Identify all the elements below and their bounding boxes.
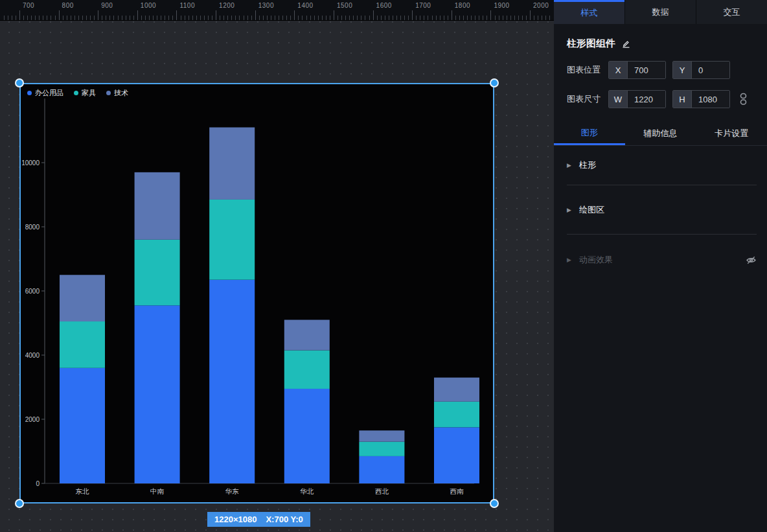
editor-canvas[interactable]: 办公用品家具技术 0200040006000800010000东北中南华东华北西… bbox=[0, 21, 554, 532]
ruler-tick bbox=[172, 16, 173, 20]
chart-position-label: 图表位置 bbox=[567, 64, 608, 76]
selection-handle-top-left[interactable] bbox=[15, 78, 24, 87]
legend-item[interactable]: 技术 bbox=[106, 88, 128, 98]
ruler-tick bbox=[161, 16, 161, 20]
ruler-tick bbox=[440, 16, 441, 20]
ruler-tick bbox=[334, 10, 334, 20]
width-field[interactable]: W bbox=[608, 90, 666, 108]
subtab-graphic[interactable]: 图形 bbox=[554, 122, 625, 145]
ruler-tick bbox=[357, 16, 358, 20]
y-axis-label: 6000 bbox=[25, 288, 40, 295]
ruler-tick bbox=[157, 16, 157, 20]
ruler-tick bbox=[279, 16, 279, 20]
ruler-tick bbox=[90, 16, 91, 20]
subtab-auxiliary-info[interactable]: 辅助信息 bbox=[625, 122, 696, 145]
ruler-tick bbox=[499, 16, 499, 20]
ruler-tick bbox=[432, 16, 433, 20]
ruler-tick bbox=[149, 16, 150, 20]
ruler-tick bbox=[526, 16, 527, 20]
bar-chart-component[interactable]: 办公用品家具技术 0200040006000800010000东北中南华东华北西… bbox=[19, 83, 494, 503]
ruler-tick bbox=[330, 16, 330, 20]
x-position-input[interactable] bbox=[628, 62, 665, 78]
legend-dot bbox=[74, 91, 78, 95]
collapse-arrow-icon[interactable]: ▶ bbox=[567, 207, 571, 213]
ruler-tick bbox=[126, 16, 126, 20]
ruler-tick bbox=[448, 16, 448, 20]
aspect-ratio-lock-icon[interactable] bbox=[739, 93, 748, 106]
section-plot-area[interactable]: ▶ 绘图区 bbox=[567, 185, 757, 235]
ruler-tick bbox=[538, 16, 538, 20]
ruler-tick bbox=[393, 16, 393, 20]
collapse-arrow-icon[interactable]: ▶ bbox=[567, 162, 571, 168]
x-position-field[interactable]: X bbox=[608, 61, 666, 79]
ruler-tick bbox=[122, 16, 122, 20]
height-input[interactable] bbox=[692, 91, 729, 108]
ruler-tick bbox=[322, 16, 323, 20]
legend-item[interactable]: 办公用品 bbox=[27, 88, 63, 98]
ruler-tick bbox=[74, 16, 75, 20]
ruler-tick bbox=[420, 16, 420, 20]
y-axis-label: 4000 bbox=[25, 352, 40, 359]
ruler-tick bbox=[349, 16, 350, 20]
ruler-tick bbox=[290, 16, 291, 20]
legend-item[interactable]: 家具 bbox=[74, 88, 96, 98]
y-field-prefix: Y bbox=[673, 62, 692, 78]
ruler-tick bbox=[530, 10, 531, 20]
ruler-tick bbox=[298, 16, 299, 20]
ruler-tick bbox=[263, 16, 264, 20]
properties-panel: 样式 数据 交互 柱形图组件 图表位置 X Y bbox=[554, 0, 767, 532]
ruler-tick bbox=[55, 16, 56, 20]
ruler-tick bbox=[404, 16, 405, 20]
ruler-tick bbox=[487, 16, 487, 20]
ruler-tick bbox=[59, 10, 60, 20]
ruler-tick bbox=[483, 16, 483, 20]
y-position-input[interactable] bbox=[692, 62, 729, 78]
ruler-tick bbox=[389, 16, 389, 20]
ruler-tick bbox=[518, 16, 519, 20]
chart-position-row: 图表位置 X Y bbox=[567, 61, 757, 79]
ruler-tick bbox=[168, 16, 169, 20]
bar-segment bbox=[434, 402, 479, 428]
ruler-tick bbox=[471, 16, 472, 20]
subtab-card-settings[interactable]: 卡片设置 bbox=[696, 122, 767, 145]
ruler-tick bbox=[153, 16, 154, 20]
ruler-tick bbox=[192, 16, 193, 20]
tab-data[interactable]: 数据 bbox=[624, 0, 696, 24]
height-field[interactable]: H bbox=[672, 90, 730, 108]
ruler-label: 800 bbox=[62, 2, 74, 9]
selection-handle-top-right[interactable] bbox=[490, 78, 499, 87]
legend-dot bbox=[106, 91, 111, 95]
section-animation[interactable]: ▶ 动画效果 bbox=[567, 235, 757, 285]
ruler-tick bbox=[67, 16, 67, 20]
ruler-tick bbox=[78, 16, 79, 20]
ruler-tick bbox=[463, 16, 464, 20]
tab-interaction[interactable]: 交互 bbox=[696, 0, 767, 24]
legend-label: 技术 bbox=[114, 88, 128, 98]
y-position-field[interactable]: Y bbox=[672, 61, 730, 79]
ruler-tick bbox=[338, 16, 338, 20]
legend-label: 办公用品 bbox=[35, 88, 63, 98]
ruler-tick bbox=[98, 10, 98, 20]
ruler-tick bbox=[365, 16, 365, 20]
tab-style[interactable]: 样式 bbox=[554, 0, 624, 24]
badge-size-text: 1220×1080 bbox=[214, 515, 257, 524]
eye-off-icon[interactable] bbox=[746, 255, 757, 266]
ruler-tick bbox=[514, 16, 515, 20]
ruler-tick bbox=[428, 16, 428, 20]
width-input[interactable] bbox=[628, 91, 665, 108]
ruler-tick bbox=[369, 16, 370, 20]
ruler-label: 1900 bbox=[494, 2, 509, 9]
x-field-prefix: X bbox=[609, 62, 628, 78]
ruler-tick bbox=[377, 16, 378, 20]
section-bar[interactable]: ▶ 柱形 bbox=[567, 146, 757, 185]
rename-pencil-icon[interactable] bbox=[621, 39, 631, 49]
ruler-label: 1400 bbox=[297, 2, 313, 9]
selection-handle-bottom-right[interactable] bbox=[490, 499, 499, 508]
ruler-tick bbox=[459, 16, 460, 20]
ruler-tick bbox=[314, 16, 315, 20]
ruler-tick bbox=[231, 16, 232, 20]
ruler-tick bbox=[244, 16, 244, 20]
ruler-tick bbox=[361, 16, 361, 20]
selection-handle-bottom-left[interactable] bbox=[15, 499, 24, 508]
ruler-tick bbox=[176, 10, 177, 20]
